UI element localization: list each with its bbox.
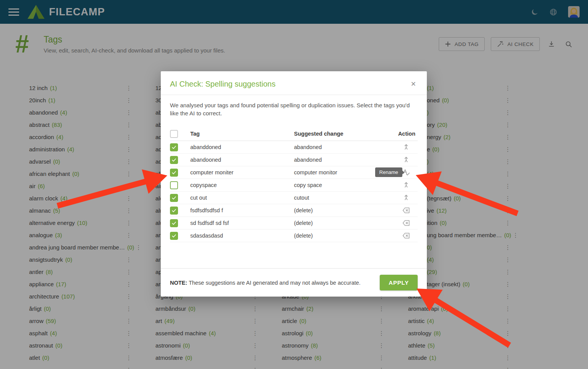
suggestion-row: abandoonedabandoned — [170, 154, 418, 166]
suggestion-row: fsdfsdfsdfsd f(delete) — [170, 204, 418, 217]
action-column-header: Action — [395, 131, 418, 137]
tag-cell: sd fsdfsdf sd fsf — [190, 220, 294, 226]
modal-intro-text: We analysed your tags and found potentia… — [170, 101, 419, 117]
merge-icon[interactable] — [402, 156, 410, 164]
apply-button[interactable]: APPLY — [380, 275, 418, 290]
suggested-change-cell: abandoned — [294, 144, 395, 150]
suggested-change-cell: (delete) — [294, 233, 395, 239]
row-checkbox[interactable] — [170, 143, 178, 151]
row-checkbox[interactable] — [170, 219, 178, 227]
tag-column-header: Tag — [190, 131, 294, 137]
merge-icon[interactable] — [402, 143, 410, 151]
row-checkbox[interactable] — [170, 207, 178, 215]
suggested-change-cell: (delete) — [294, 207, 395, 213]
suggested-change-cell: abandoned — [294, 157, 395, 163]
delete-icon[interactable] — [402, 206, 410, 215]
tag-cell: abanddoned — [190, 144, 294, 150]
tag-cell: cut out — [190, 195, 294, 201]
suggestion-row: sdasdasdasd(delete) — [170, 230, 418, 242]
tag-cell: copyspace — [190, 182, 294, 188]
suggested-change-cell: cutout — [294, 195, 395, 201]
row-checkbox[interactable] — [170, 156, 178, 164]
row-checkbox[interactable] — [170, 232, 178, 240]
select-all-checkbox[interactable] — [170, 130, 178, 138]
ai-note-text: NOTE: These suggestions are AI generated… — [170, 280, 361, 286]
rename-tooltip: Rename — [375, 167, 402, 177]
tag-cell: fsdfsdfsdfsd f — [190, 207, 294, 213]
suggested-change-cell: copy space — [294, 182, 395, 188]
table-header-row: Tag Suggested change Action — [170, 127, 418, 141]
delete-icon[interactable] — [402, 231, 410, 240]
tag-cell: sdasdasdasd — [190, 233, 294, 239]
close-icon[interactable]: ✕ — [409, 79, 418, 89]
suggestion-row: abanddonedabandoned — [170, 141, 418, 154]
merge-icon[interactable] — [402, 194, 410, 202]
suggestion-row: cut outcutout — [170, 192, 418, 204]
merge-icon[interactable] — [402, 181, 410, 189]
ai-check-modal: AI Check: Spelling suggestions ✕ We anal… — [161, 71, 427, 297]
suggestion-row: copyspacecopy space — [170, 179, 418, 192]
tag-cell: computer moniter — [190, 169, 294, 175]
row-checkbox[interactable] — [170, 169, 178, 177]
tag-cell: abandooned — [190, 157, 294, 163]
suggestion-row: computer monitercomputer monitorRename — [170, 166, 418, 179]
modal-footer: NOTE: These suggestions are AI generated… — [161, 268, 427, 297]
suggested-change-column-header: Suggested change — [294, 131, 395, 137]
suggestion-row: sd fsdfsdf sd fsf(delete) — [170, 217, 418, 230]
suggested-change-cell: (delete) — [294, 220, 395, 226]
row-checkbox[interactable] — [170, 181, 178, 189]
modal-title: AI Check: Spelling suggestions — [170, 80, 276, 89]
delete-icon[interactable] — [402, 219, 410, 227]
suggestions-table: Tag Suggested change Action abanddonedab… — [170, 127, 418, 242]
row-checkbox[interactable] — [170, 194, 178, 202]
